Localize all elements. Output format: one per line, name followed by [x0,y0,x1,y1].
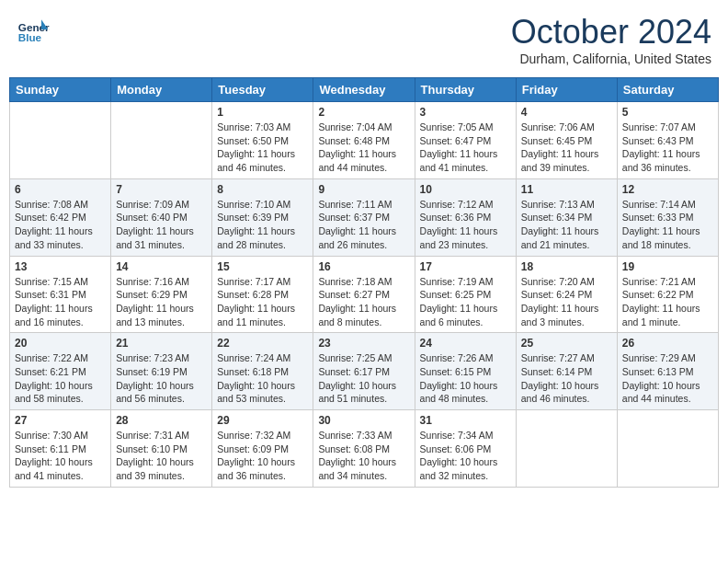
day-number: 11 [521,183,612,196]
day-info: Sunrise: 7:07 AM Sunset: 6:43 PM Dayligh… [622,121,713,175]
calendar-cell [10,102,111,179]
calendar-week-row: 13Sunrise: 7:15 AM Sunset: 6:31 PM Dayli… [10,256,719,333]
day-number: 22 [217,337,308,350]
logo-icon: General Blue [17,13,50,46]
calendar-cell: 14Sunrise: 7:16 AM Sunset: 6:29 PM Dayli… [111,256,212,333]
day-info: Sunrise: 7:13 AM Sunset: 6:34 PM Dayligh… [521,198,612,252]
calendar-cell: 16Sunrise: 7:18 AM Sunset: 6:27 PM Dayli… [313,256,415,333]
day-info: Sunrise: 7:22 AM Sunset: 6:21 PM Dayligh… [15,351,106,406]
calendar-cell [111,102,212,179]
calendar-cell: 2Sunrise: 7:04 AM Sunset: 6:48 PM Daylig… [313,102,415,179]
day-info: Sunrise: 7:14 AM Sunset: 6:33 PM Dayligh… [622,198,713,252]
day-info: Sunrise: 7:20 AM Sunset: 6:24 PM Dayligh… [521,275,612,329]
day-number: 18 [521,260,612,273]
day-number: 19 [622,260,713,273]
month-title: October 2024 [511,13,711,52]
day-number: 31 [420,414,511,427]
day-info: Sunrise: 7:04 AM Sunset: 6:48 PM Dayligh… [318,121,409,175]
day-number: 14 [116,260,207,273]
day-info: Sunrise: 7:05 AM Sunset: 6:47 PM Dayligh… [420,121,511,175]
calendar-cell: 8Sunrise: 7:10 AM Sunset: 6:39 PM Daylig… [212,178,313,256]
calendar-week-row: 27Sunrise: 7:30 AM Sunset: 6:11 PM Dayli… [10,410,719,488]
day-number: 16 [318,260,409,273]
day-info: Sunrise: 7:06 AM Sunset: 6:45 PM Dayligh… [521,121,612,175]
day-info: Sunrise: 7:29 AM Sunset: 6:13 PM Dayligh… [622,351,713,406]
calendar-week-row: 20Sunrise: 7:22 AM Sunset: 6:21 PM Dayli… [10,333,719,410]
day-number: 17 [420,260,511,273]
day-number: 12 [622,183,713,196]
day-number: 6 [15,183,106,196]
day-number: 26 [622,337,713,350]
calendar-cell: 21Sunrise: 7:23 AM Sunset: 6:19 PM Dayli… [111,333,212,410]
calendar-cell: 17Sunrise: 7:19 AM Sunset: 6:25 PM Dayli… [415,256,516,333]
calendar-cell: 23Sunrise: 7:25 AM Sunset: 6:17 PM Dayli… [313,333,415,410]
day-info: Sunrise: 7:18 AM Sunset: 6:27 PM Dayligh… [318,275,409,329]
day-number: 5 [622,106,713,119]
calendar-cell [516,410,617,488]
logo: General Blue [17,13,51,46]
calendar-cell: 22Sunrise: 7:24 AM Sunset: 6:18 PM Dayli… [212,333,313,410]
calendar-cell: 13Sunrise: 7:15 AM Sunset: 6:31 PM Dayli… [10,256,111,333]
calendar-week-row: 6Sunrise: 7:08 AM Sunset: 6:42 PM Daylig… [10,178,719,256]
day-number: 4 [521,106,612,119]
calendar-cell: 7Sunrise: 7:09 AM Sunset: 6:40 PM Daylig… [111,178,212,256]
calendar-cell: 30Sunrise: 7:33 AM Sunset: 6:08 PM Dayli… [313,410,415,488]
day-info: Sunrise: 7:19 AM Sunset: 6:25 PM Dayligh… [420,275,511,329]
weekday-header: Saturday [617,78,718,102]
day-info: Sunrise: 7:17 AM Sunset: 6:28 PM Dayligh… [217,275,308,329]
calendar-cell: 19Sunrise: 7:21 AM Sunset: 6:22 PM Dayli… [617,256,718,333]
calendar-cell [617,410,718,488]
calendar-table: SundayMondayTuesdayWednesdayThursdayFrid… [9,77,719,488]
day-number: 28 [116,414,207,427]
weekday-header: Friday [516,78,617,102]
day-number: 21 [116,337,207,350]
day-number: 29 [217,414,308,427]
calendar-cell: 1Sunrise: 7:03 AM Sunset: 6:50 PM Daylig… [212,102,313,179]
day-number: 25 [521,337,612,350]
day-info: Sunrise: 7:12 AM Sunset: 6:36 PM Dayligh… [420,198,511,252]
calendar-cell: 31Sunrise: 7:34 AM Sunset: 6:06 PM Dayli… [415,410,516,488]
calendar-cell: 20Sunrise: 7:22 AM Sunset: 6:21 PM Dayli… [10,333,111,410]
day-number: 1 [217,106,308,119]
weekday-header: Sunday [10,78,111,102]
calendar-cell: 24Sunrise: 7:26 AM Sunset: 6:15 PM Dayli… [415,333,516,410]
day-number: 30 [318,414,409,427]
day-info: Sunrise: 7:27 AM Sunset: 6:14 PM Dayligh… [521,351,612,406]
day-number: 23 [318,337,409,350]
day-info: Sunrise: 7:26 AM Sunset: 6:15 PM Dayligh… [420,351,511,406]
location: Durham, California, United States [511,52,711,66]
day-number: 15 [217,260,308,273]
calendar-cell: 25Sunrise: 7:27 AM Sunset: 6:14 PM Dayli… [516,333,617,410]
day-info: Sunrise: 7:33 AM Sunset: 6:08 PM Dayligh… [318,429,409,483]
day-info: Sunrise: 7:23 AM Sunset: 6:19 PM Dayligh… [116,351,207,406]
day-info: Sunrise: 7:10 AM Sunset: 6:39 PM Dayligh… [217,198,308,252]
day-info: Sunrise: 7:31 AM Sunset: 6:10 PM Dayligh… [116,429,207,483]
day-info: Sunrise: 7:34 AM Sunset: 6:06 PM Dayligh… [420,429,511,483]
day-number: 2 [318,106,409,119]
calendar-header-row: SundayMondayTuesdayWednesdayThursdayFrid… [10,78,719,102]
day-number: 20 [15,337,106,350]
calendar-cell: 29Sunrise: 7:32 AM Sunset: 6:09 PM Dayli… [212,410,313,488]
calendar-cell: 28Sunrise: 7:31 AM Sunset: 6:10 PM Dayli… [111,410,212,488]
calendar-cell: 18Sunrise: 7:20 AM Sunset: 6:24 PM Dayli… [516,256,617,333]
day-number: 10 [420,183,511,196]
calendar-cell: 4Sunrise: 7:06 AM Sunset: 6:45 PM Daylig… [516,102,617,179]
calendar-cell: 3Sunrise: 7:05 AM Sunset: 6:47 PM Daylig… [415,102,516,179]
calendar-week-row: 1Sunrise: 7:03 AM Sunset: 6:50 PM Daylig… [10,102,719,179]
day-info: Sunrise: 7:11 AM Sunset: 6:37 PM Dayligh… [318,198,409,252]
title-block: October 2024 Durham, California, United … [511,13,711,66]
weekday-header: Tuesday [212,78,313,102]
day-number: 7 [116,183,207,196]
svg-text:Blue: Blue [18,31,42,43]
weekday-header: Monday [111,78,212,102]
day-info: Sunrise: 7:03 AM Sunset: 6:50 PM Dayligh… [217,121,308,175]
calendar-cell: 10Sunrise: 7:12 AM Sunset: 6:36 PM Dayli… [415,178,516,256]
day-number: 13 [15,260,106,273]
calendar-cell: 27Sunrise: 7:30 AM Sunset: 6:11 PM Dayli… [10,410,111,488]
day-info: Sunrise: 7:30 AM Sunset: 6:11 PM Dayligh… [15,429,106,483]
day-info: Sunrise: 7:08 AM Sunset: 6:42 PM Dayligh… [15,198,106,252]
calendar-cell: 6Sunrise: 7:08 AM Sunset: 6:42 PM Daylig… [10,178,111,256]
day-number: 8 [217,183,308,196]
day-info: Sunrise: 7:09 AM Sunset: 6:40 PM Dayligh… [116,198,207,252]
day-info: Sunrise: 7:32 AM Sunset: 6:09 PM Dayligh… [217,429,308,483]
